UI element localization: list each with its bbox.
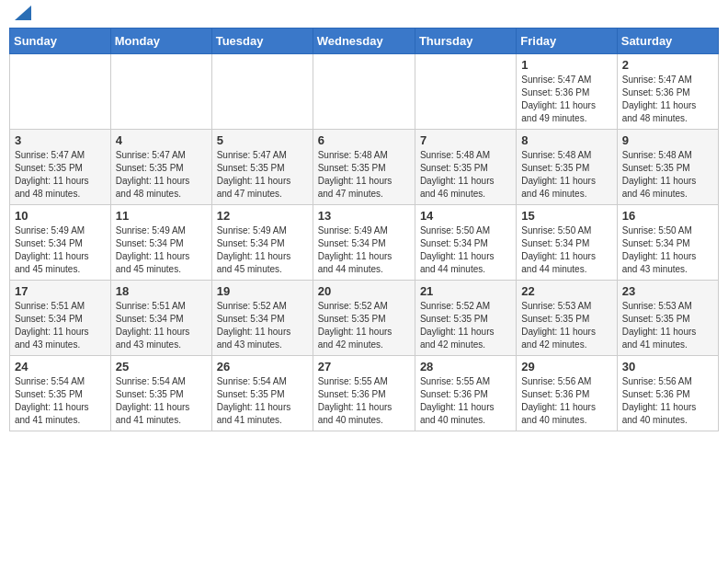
calendar-cell: 23Sunrise: 5:53 AM Sunset: 5:35 PM Dayli… [617,281,718,356]
calendar-cell [415,54,516,130]
calendar-week-row: 1Sunrise: 5:47 AM Sunset: 5:36 PM Daylig… [10,54,719,130]
calendar-cell: 25Sunrise: 5:54 AM Sunset: 5:35 PM Dayli… [110,356,211,431]
calendar-cell: 18Sunrise: 5:51 AM Sunset: 5:34 PM Dayli… [110,281,211,356]
day-number: 30 [622,360,713,373]
day-of-week-header: Monday [110,29,211,54]
day-info: Sunrise: 5:49 AM Sunset: 5:34 PM Dayligh… [217,224,308,276]
day-of-week-header: Friday [517,29,617,54]
calendar-cell [10,54,111,130]
calendar-table: SundayMondayTuesdayWednesdayThursdayFrid… [9,28,719,431]
calendar-cell: 3Sunrise: 5:47 AM Sunset: 5:35 PM Daylig… [10,130,111,205]
day-info: Sunrise: 5:52 AM Sunset: 5:35 PM Dayligh… [318,300,410,351]
calendar-cell: 2Sunrise: 5:47 AM Sunset: 5:36 PM Daylig… [617,54,718,130]
day-number: 23 [622,284,713,298]
calendar-cell: 7Sunrise: 5:48 AM Sunset: 5:35 PM Daylig… [415,130,516,205]
calendar-week-row: 10Sunrise: 5:49 AM Sunset: 5:34 PM Dayli… [10,205,719,281]
day-info: Sunrise: 5:47 AM Sunset: 5:36 PM Dayligh… [521,74,611,125]
day-number: 6 [318,133,410,147]
day-of-week-header: Saturday [617,29,718,54]
day-of-week-header: Thursday [415,29,516,54]
day-number: 21 [420,284,511,298]
day-of-week-header: Tuesday [211,29,313,54]
calendar-cell: 6Sunrise: 5:48 AM Sunset: 5:35 PM Daylig… [313,130,415,205]
calendar-cell: 28Sunrise: 5:55 AM Sunset: 5:36 PM Dayli… [415,356,516,431]
calendar-week-row: 24Sunrise: 5:54 AM Sunset: 5:35 PM Dayli… [10,356,719,431]
day-info: Sunrise: 5:47 AM Sunset: 5:36 PM Dayligh… [622,74,713,125]
day-number: 13 [318,209,410,223]
calendar-cell: 27Sunrise: 5:55 AM Sunset: 5:36 PM Dayli… [313,356,415,431]
calendar-cell: 15Sunrise: 5:50 AM Sunset: 5:34 PM Dayli… [517,205,617,281]
calendar-cell: 1Sunrise: 5:47 AM Sunset: 5:36 PM Daylig… [517,54,617,130]
calendar-cell: 22Sunrise: 5:53 AM Sunset: 5:35 PM Dayli… [517,281,617,356]
calendar-cell: 24Sunrise: 5:54 AM Sunset: 5:35 PM Dayli… [10,356,111,431]
day-info: Sunrise: 5:56 AM Sunset: 5:36 PM Dayligh… [622,375,713,427]
calendar-cell [313,54,415,130]
day-number: 11 [116,209,207,223]
day-info: Sunrise: 5:50 AM Sunset: 5:34 PM Dayligh… [420,224,511,276]
day-info: Sunrise: 5:49 AM Sunset: 5:34 PM Dayligh… [15,224,106,276]
day-number: 22 [521,284,611,298]
day-number: 24 [15,360,106,373]
day-number: 27 [318,360,410,373]
day-info: Sunrise: 5:51 AM Sunset: 5:34 PM Dayligh… [116,300,207,351]
day-info: Sunrise: 5:50 AM Sunset: 5:34 PM Dayligh… [622,224,713,276]
day-info: Sunrise: 5:48 AM Sunset: 5:35 PM Dayligh… [622,149,713,201]
day-info: Sunrise: 5:53 AM Sunset: 5:35 PM Dayligh… [521,300,611,351]
day-number: 25 [116,360,207,373]
day-info: Sunrise: 5:52 AM Sunset: 5:35 PM Dayligh… [420,300,511,351]
day-number: 26 [217,360,308,373]
day-info: Sunrise: 5:53 AM Sunset: 5:35 PM Dayligh… [622,300,713,351]
calendar-week-row: 3Sunrise: 5:47 AM Sunset: 5:35 PM Daylig… [10,130,719,205]
day-info: Sunrise: 5:54 AM Sunset: 5:35 PM Dayligh… [217,375,308,427]
calendar-cell: 17Sunrise: 5:51 AM Sunset: 5:34 PM Dayli… [10,281,111,356]
day-info: Sunrise: 5:47 AM Sunset: 5:35 PM Dayligh… [15,149,106,201]
day-info: Sunrise: 5:48 AM Sunset: 5:35 PM Dayligh… [521,149,611,201]
day-info: Sunrise: 5:48 AM Sunset: 5:35 PM Dayligh… [318,149,410,201]
calendar-cell: 12Sunrise: 5:49 AM Sunset: 5:34 PM Dayli… [211,205,313,281]
calendar-cell: 13Sunrise: 5:49 AM Sunset: 5:34 PM Dayli… [313,205,415,281]
day-number: 4 [116,133,207,147]
day-number: 7 [420,133,511,147]
day-number: 18 [116,284,207,298]
day-number: 19 [217,284,308,298]
day-number: 15 [521,209,611,223]
day-number: 8 [521,133,611,147]
day-info: Sunrise: 5:49 AM Sunset: 5:34 PM Dayligh… [116,224,207,276]
day-number: 29 [521,360,611,373]
day-info: Sunrise: 5:48 AM Sunset: 5:35 PM Dayligh… [420,149,511,201]
day-number: 20 [318,284,410,298]
calendar-cell: 21Sunrise: 5:52 AM Sunset: 5:35 PM Dayli… [415,281,516,356]
day-number: 2 [622,58,713,72]
calendar-cell: 5Sunrise: 5:47 AM Sunset: 5:35 PM Daylig… [211,130,313,205]
day-of-week-header: Wednesday [313,29,415,54]
day-number: 12 [217,209,308,223]
calendar-cell: 16Sunrise: 5:50 AM Sunset: 5:34 PM Dayli… [617,205,718,281]
day-info: Sunrise: 5:49 AM Sunset: 5:34 PM Dayligh… [318,224,410,276]
day-info: Sunrise: 5:54 AM Sunset: 5:35 PM Dayligh… [116,375,207,427]
day-info: Sunrise: 5:54 AM Sunset: 5:35 PM Dayligh… [15,375,106,427]
calendar-cell: 4Sunrise: 5:47 AM Sunset: 5:35 PM Daylig… [110,130,211,205]
calendar-cell: 19Sunrise: 5:52 AM Sunset: 5:34 PM Dayli… [211,281,313,356]
calendar-week-row: 17Sunrise: 5:51 AM Sunset: 5:34 PM Dayli… [10,281,719,356]
day-info: Sunrise: 5:50 AM Sunset: 5:34 PM Dayligh… [521,224,611,276]
day-number: 5 [217,133,308,147]
day-number: 9 [622,133,713,147]
calendar-cell [110,54,211,130]
day-number: 28 [420,360,511,373]
day-of-week-header: Sunday [10,29,111,54]
calendar-cell: 30Sunrise: 5:56 AM Sunset: 5:36 PM Dayli… [617,356,718,431]
day-info: Sunrise: 5:55 AM Sunset: 5:36 PM Dayligh… [318,375,410,427]
calendar-cell: 14Sunrise: 5:50 AM Sunset: 5:34 PM Dayli… [415,205,516,281]
calendar-cell: 11Sunrise: 5:49 AM Sunset: 5:34 PM Dayli… [110,205,211,281]
calendar-cell: 29Sunrise: 5:56 AM Sunset: 5:36 PM Dayli… [517,356,617,431]
day-number: 16 [622,209,713,223]
svg-marker-0 [15,6,31,20]
day-info: Sunrise: 5:47 AM Sunset: 5:35 PM Dayligh… [217,149,308,201]
day-info: Sunrise: 5:55 AM Sunset: 5:36 PM Dayligh… [420,375,511,427]
calendar-cell [211,54,313,130]
calendar-cell: 26Sunrise: 5:54 AM Sunset: 5:35 PM Dayli… [211,356,313,431]
calendar-header-row: SundayMondayTuesdayWednesdayThursdayFrid… [10,29,719,54]
logo [13,9,31,20]
day-info: Sunrise: 5:56 AM Sunset: 5:36 PM Dayligh… [521,375,611,427]
day-info: Sunrise: 5:52 AM Sunset: 5:34 PM Dayligh… [217,300,308,351]
